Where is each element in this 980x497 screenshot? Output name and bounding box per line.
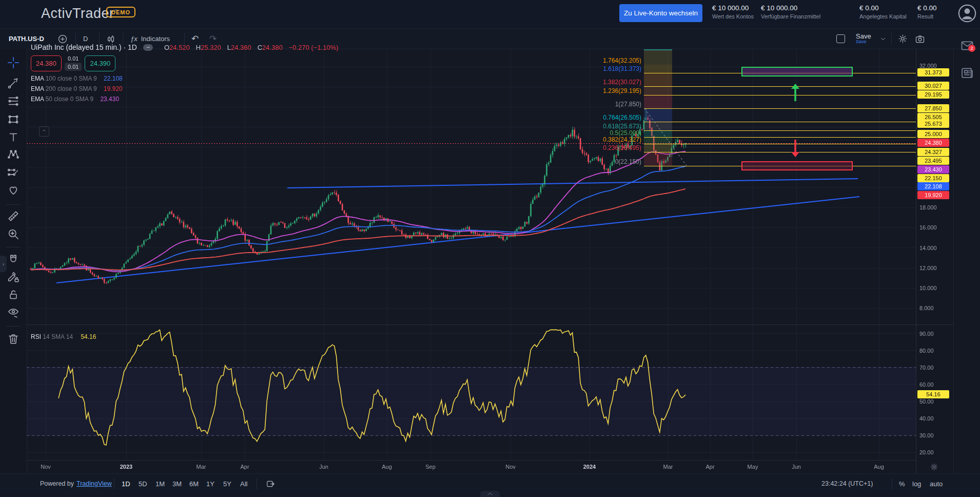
fib-level-label: 1.618(31.373) [603, 65, 641, 72]
timeframe-button-1m[interactable]: 1M [155, 474, 165, 493]
price-scale-label: 22.108 [917, 182, 949, 190]
time-axis-label: Apr [233, 464, 256, 470]
log-scale-button[interactable]: log [912, 474, 921, 493]
price-scale-label: 18.000 [917, 203, 951, 212]
price-scale-label: 10.000 [917, 284, 951, 292]
price-scale-label: 8.000 [917, 304, 951, 312]
price-scale-label: 22.150 [917, 174, 949, 182]
ohlc-values: O24.520 H25.320 L24.360 C24.380 −0.270 (… [160, 43, 339, 51]
timeframe-button-1y[interactable]: 1Y [206, 474, 214, 493]
fib-level-label: 1.236(29.195) [603, 87, 641, 94]
time-axis-label: Aug [868, 464, 890, 470]
price-scale-label: 90.00 [917, 330, 951, 338]
timeframe-button-5d[interactable]: 5D [139, 474, 147, 493]
fib-level-label: 0.382(24.327) [603, 136, 641, 143]
timeframe-button-6m[interactable]: 6M [189, 474, 199, 493]
fib-level-label: 0.764(26.505) [603, 114, 641, 121]
mail-badge-count: 2 [968, 45, 975, 52]
price-scale-label: 16.000 [917, 223, 951, 232]
time-axis-label: Aug [376, 464, 398, 470]
price-scale-label: 29.195 [917, 90, 949, 99]
price-axis[interactable]: 32.00031.37330.02729.19527.85026.50525.6… [916, 49, 953, 473]
time-axis-label: Nov [499, 464, 522, 470]
price-scale-label: 27.850 [917, 104, 949, 112]
resistance-zone-box[interactable] [741, 67, 853, 77]
sell-bid-button[interactable]: 24.380 [31, 55, 62, 71]
time-axis-label: Jun [785, 464, 808, 470]
price-scale-label: 24.327 [917, 148, 949, 156]
app-window: ActivTrader™ DEMO Zu Live-Konto wechseln… [0, 0, 980, 497]
axis-settings-gear-icon[interactable] [930, 463, 939, 472]
change-value: −0.270 (−1.10%) [289, 44, 339, 51]
price-scale-label: 80.00 [917, 347, 951, 355]
news-icon[interactable] [960, 66, 974, 80]
auto-scale-button[interactable]: auto [930, 474, 943, 493]
clock-label: 23:42:24 (UTC+1) [821, 474, 873, 493]
fib-level-label: 0.236(23.495) [603, 144, 641, 151]
price-scale-label: 30.00 [917, 431, 951, 439]
chart-title[interactable]: UiPath Inc (delayed 15 min.) · 1D [31, 43, 137, 51]
fib-level-label: 1(27.850) [615, 101, 641, 108]
ema200-legend-row[interactable]: EMA 200 close 0 SMA 9 19.920 [31, 85, 339, 92]
timeframe-button-1d[interactable]: 1D [122, 474, 130, 493]
percent-scale-button[interactable]: % [899, 474, 905, 493]
legend-collapse-chevron-icon[interactable]: ⌃ [39, 126, 49, 137]
fib-level-label: 1.764(32.205) [603, 57, 641, 64]
right-icon-strip: 2 [953, 49, 980, 473]
powered-by-label: Powered by TradingView [40, 474, 112, 493]
chart-legend: UiPath Inc (delayed 15 min.) · 1D − O24.… [31, 43, 339, 102]
fib-level-label: 0.5(25.000) [610, 129, 641, 137]
time-axis-label: May [741, 464, 764, 470]
time-axis-label: Nov [34, 464, 57, 470]
price-scale-label: 30.027 [917, 82, 949, 90]
fib-level-label: 0.618(25.673) [603, 123, 641, 130]
price-scale-label: 20.00 [917, 448, 951, 456]
tradingview-link[interactable]: TradingView [76, 480, 112, 487]
buy-ask-button[interactable]: 24.390 [85, 55, 115, 71]
price-scale-label: 25.673 [917, 120, 949, 128]
go-to-date-icon[interactable] [266, 474, 276, 493]
price-scale-label: 31.373 [917, 68, 949, 77]
spread-indicator: 0.010.01 [65, 55, 82, 71]
time-axis-label: Apr [699, 464, 721, 470]
time-axis-label: 2024 [578, 464, 601, 470]
price-scale-label: 40.00 [917, 414, 951, 423]
price-scale-label: 70.00 [917, 364, 951, 372]
fib-level-label: 1.382(30.027) [603, 79, 641, 86]
bottom-panel-expand-handle[interactable] [480, 491, 500, 497]
price-scale-label: 25.000 [917, 130, 949, 138]
fib-level-label: 0(22.150) [615, 158, 641, 165]
price-scale-label: 23.495 [917, 157, 949, 165]
price-scale-label: 23.430 [917, 165, 949, 174]
price-scale-label: 12.000 [917, 264, 951, 272]
price-scale-label: 60.00 [917, 380, 951, 389]
timeframe-button-5y[interactable]: 5Y [223, 474, 231, 493]
time-axis-label: Mar [657, 464, 679, 470]
time-axis-label: Jun [312, 464, 335, 470]
timeframe-button-3m[interactable]: 3M [172, 474, 182, 493]
mail-icon[interactable]: 2 [960, 39, 974, 53]
rsi-legend-row[interactable]: RSI 14 SMA 14 54.16 [31, 333, 96, 340]
time-axis-label: 2023 [115, 464, 138, 470]
time-axis-label: Mar [190, 464, 212, 470]
time-axis-label: Sep [419, 464, 442, 470]
rsi-value: 54.16 [81, 333, 96, 340]
time-axis[interactable]: Nov2023MarAprJunAugSepNov2024MarAprMayJu… [27, 460, 916, 474]
ema100-legend-row[interactable]: EMA 100 close 0 SMA 9 22.108 [31, 75, 339, 82]
timeframe-button-all[interactable]: All [240, 474, 247, 493]
price-scale-label: 24.380 [917, 139, 949, 147]
price-scale-label: 50.00 [917, 397, 951, 406]
support-zone-box[interactable] [741, 161, 853, 170]
price-scale-label: 14.000 [917, 244, 951, 252]
ema50-legend-row[interactable]: EMA 50 close 0 SMA 9 23.430 [31, 95, 339, 102]
legend-minimize-icon[interactable]: − [143, 44, 153, 51]
price-scale-label: 19.920 [917, 191, 949, 199]
